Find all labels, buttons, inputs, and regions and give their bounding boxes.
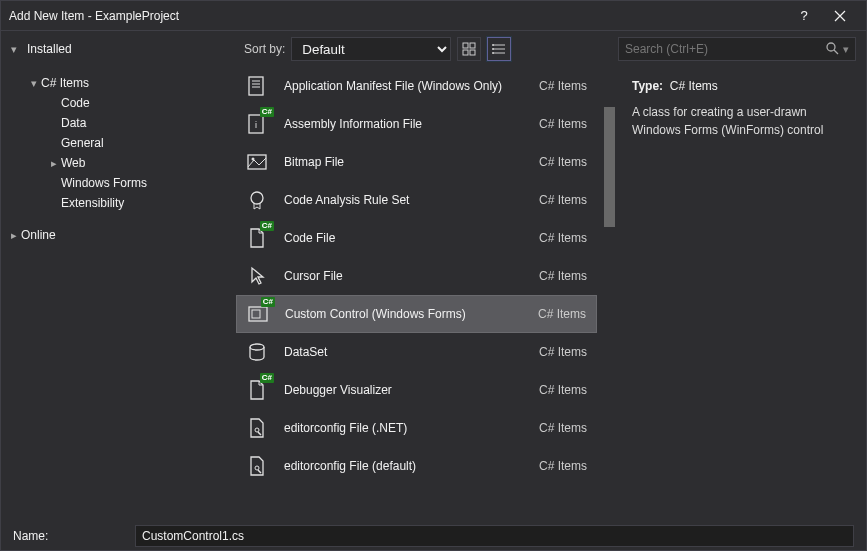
- template-row[interactable]: C# Code File C# Items: [236, 219, 597, 257]
- svg-point-20: [251, 192, 263, 204]
- template-row[interactable]: i C# Assembly Information File C# Items: [236, 105, 597, 143]
- template-row[interactable]: C# Debugger Visualizer C# Items: [236, 371, 597, 409]
- chevron-icon: ▸: [51, 157, 61, 170]
- tree-item-label: Windows Forms: [61, 176, 147, 190]
- tree-item-label: Data: [61, 116, 86, 130]
- details-pane: Type: C# Items A class for creating a us…: [618, 67, 866, 517]
- template-label: editorconfig File (default): [284, 459, 539, 473]
- installed-header[interactable]: ▾ Installed: [11, 42, 236, 56]
- tree-item[interactable]: ▾C# Items: [11, 73, 236, 93]
- tree-item[interactable]: Windows Forms: [11, 173, 236, 193]
- template-category: C# Items: [539, 117, 587, 131]
- svg-rect-22: [252, 310, 260, 318]
- tree-item[interactable]: Extensibility: [11, 193, 236, 213]
- template-label: editorconfig File (.NET): [284, 421, 539, 435]
- close-icon: [834, 10, 846, 22]
- tree-item-online[interactable]: ▸Online: [11, 225, 236, 245]
- template-category: C# Items: [539, 79, 587, 93]
- sort-label: Sort by:: [244, 42, 285, 56]
- template-category: C# Items: [539, 269, 587, 283]
- template-list: Application Manifest File (Windows Only)…: [236, 67, 601, 517]
- template-row[interactable]: Code Analysis Rule Set C# Items: [236, 181, 597, 219]
- cursor-icon: [242, 261, 272, 291]
- sort-select[interactable]: Default: [291, 37, 451, 61]
- tree-item[interactable]: Data: [11, 113, 236, 133]
- dropdown-icon: ▾: [843, 43, 849, 56]
- svg-line-25: [258, 432, 261, 435]
- template-category: C# Items: [539, 383, 587, 397]
- svg-rect-0: [463, 43, 468, 48]
- manifest-icon: [242, 71, 272, 101]
- template-label: Custom Control (Windows Forms): [285, 307, 538, 321]
- type-value: C# Items: [670, 79, 718, 93]
- file-icon: C#: [242, 223, 272, 253]
- search-box[interactable]: ▾: [618, 37, 856, 61]
- template-category: C# Items: [539, 231, 587, 245]
- template-label: Assembly Information File: [284, 117, 539, 131]
- template-row[interactable]: Cursor File C# Items: [236, 257, 597, 295]
- installed-label: Installed: [27, 42, 72, 56]
- list-icon: [492, 42, 506, 56]
- name-input[interactable]: [135, 525, 854, 547]
- svg-point-19: [252, 158, 255, 161]
- template-category: C# Items: [539, 155, 587, 169]
- chevron-icon: ▾: [31, 77, 41, 90]
- search-input[interactable]: [625, 42, 825, 56]
- assembly-icon: i C#: [242, 109, 272, 139]
- view-tiles-button[interactable]: [457, 37, 481, 61]
- svg-point-10: [827, 43, 835, 51]
- chevron-right-icon: ▸: [11, 229, 21, 242]
- svg-point-9: [492, 52, 494, 54]
- csharp-badge: C#: [260, 373, 274, 383]
- svg-point-26: [255, 466, 259, 470]
- bitmap-icon: [242, 147, 272, 177]
- main: ▾C# ItemsCodeDataGeneral▸WebWindows Form…: [1, 67, 866, 517]
- template-category: C# Items: [539, 459, 587, 473]
- tree-item-label: Online: [21, 228, 56, 242]
- toolbar: ▾ Installed Sort by: Default ▾: [1, 31, 866, 67]
- view-list-button[interactable]: [487, 37, 511, 61]
- template-row[interactable]: editorconfig File (.NET) C# Items: [236, 409, 597, 447]
- template-label: Code File: [284, 231, 539, 245]
- template-label: DataSet: [284, 345, 539, 359]
- dataset-icon: [242, 337, 272, 367]
- help-button[interactable]: ?: [786, 1, 822, 31]
- template-label: Debugger Visualizer: [284, 383, 539, 397]
- tree-item[interactable]: Code: [11, 93, 236, 113]
- template-row[interactable]: C# Custom Control (Windows Forms) C# Ite…: [236, 295, 597, 333]
- wrench-icon: [242, 413, 272, 443]
- svg-point-24: [255, 428, 259, 432]
- template-row[interactable]: Application Manifest File (Windows Only)…: [236, 67, 597, 105]
- svg-rect-1: [470, 43, 475, 48]
- window-title: Add New Item - ExampleProject: [9, 9, 786, 23]
- svg-point-8: [492, 48, 494, 50]
- template-row[interactable]: DataSet C# Items: [236, 333, 597, 371]
- grid-icon: [462, 42, 476, 56]
- chevron-down-icon: ▾: [11, 43, 21, 56]
- wrench-icon: [242, 451, 272, 481]
- tree-item-label: Code: [61, 96, 90, 110]
- template-category: C# Items: [539, 421, 587, 435]
- svg-rect-12: [249, 77, 263, 95]
- template-category: C# Items: [539, 193, 587, 207]
- file-icon: C#: [242, 375, 272, 405]
- template-row[interactable]: editorconfig File (default) C# Items: [236, 447, 597, 485]
- name-bar: Name:: [1, 521, 866, 551]
- type-description: A class for creating a user-drawn Window…: [632, 103, 852, 139]
- tree-item[interactable]: ▸Web: [11, 153, 236, 173]
- scrollbar-thumb[interactable]: [604, 107, 615, 227]
- template-row[interactable]: Bitmap File C# Items: [236, 143, 597, 181]
- template-label: Bitmap File: [284, 155, 539, 169]
- tree-item-label: C# Items: [41, 76, 89, 90]
- help-icon: ?: [800, 8, 807, 23]
- csharp-badge: C#: [260, 107, 274, 117]
- tree-item[interactable]: General: [11, 133, 236, 153]
- close-button[interactable]: [822, 1, 858, 31]
- scrollbar[interactable]: [601, 67, 618, 517]
- badge-icon: [242, 185, 272, 215]
- search-icon: [825, 41, 839, 58]
- svg-rect-3: [470, 50, 475, 55]
- tree-item-label: Web: [61, 156, 85, 170]
- category-tree: ▾C# ItemsCodeDataGeneral▸WebWindows Form…: [1, 67, 236, 517]
- tree-item-label: General: [61, 136, 104, 150]
